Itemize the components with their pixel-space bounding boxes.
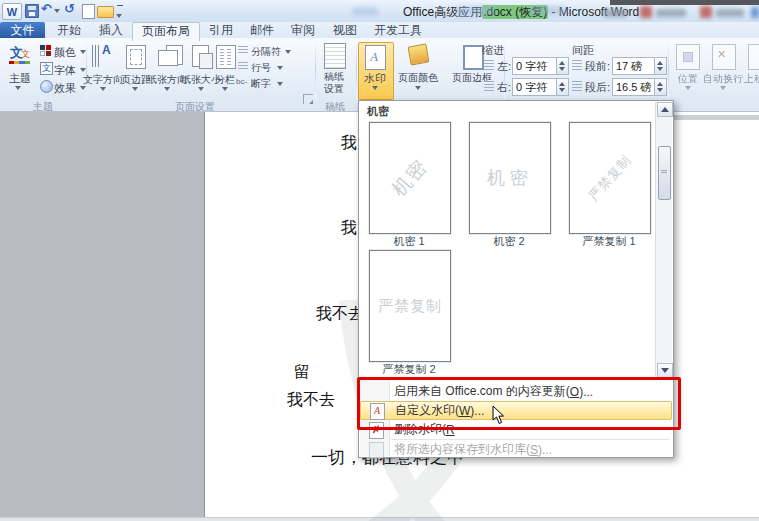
hyphenation-button[interactable]: 断字: [251, 77, 271, 91]
document-text-line: 留: [294, 362, 310, 383]
blurred-artifact: [640, 6, 652, 18]
tab-mailings[interactable]: 邮件: [244, 22, 280, 38]
page-color-arrow[interactable]: [415, 86, 421, 90]
columns-button[interactable]: 分栏: [212, 73, 238, 87]
theme-fonts-icon: 文: [40, 62, 53, 75]
tab-insert[interactable]: 插入: [92, 22, 130, 38]
breaks-button[interactable]: 分隔符: [251, 45, 281, 59]
open-file-icon[interactable]: [97, 6, 114, 18]
save-icon[interactable]: [25, 4, 39, 18]
gallery-scrollbar[interactable]: [655, 102, 672, 376]
theme-colors-button[interactable]: 颜色: [54, 45, 76, 60]
breaks-arrow[interactable]: [285, 50, 291, 54]
orientation-arrow[interactable]: [164, 87, 170, 91]
wrap-text-arrow: [720, 86, 726, 90]
bring-forward-icon: [748, 44, 759, 70]
manuscript-grid-icon: [324, 43, 346, 69]
text-direction-button[interactable]: 文字方向: [82, 73, 124, 87]
text-direction-arrow[interactable]: [100, 87, 106, 91]
watermark-thumbnail-no-copy-2[interactable]: 严禁复制: [369, 250, 451, 362]
scroll-down-button[interactable]: [657, 363, 673, 378]
menu-item-text: 将所选内容保存到水印库(: [394, 441, 530, 458]
spacing-after-stepper[interactable]: [654, 78, 667, 96]
thumbnail-label: 严禁复制 2: [367, 362, 451, 377]
indent-right-field-label: 右:: [497, 80, 511, 95]
indent-left-field-label: 左:: [497, 59, 511, 74]
group-separator: [668, 41, 669, 99]
blurred-artifact: [352, 7, 378, 16]
blurred-artifact: [603, 9, 627, 17]
margins-arrow[interactable]: [132, 87, 138, 91]
document-text-line: 我: [341, 133, 357, 154]
undo-button[interactable]: ↶: [41, 2, 60, 15]
spacing-after-input[interactable]: 16.5 磅: [612, 78, 657, 96]
redo-icon[interactable]: ↺: [64, 2, 75, 15]
scroll-up-button[interactable]: [657, 102, 673, 117]
watermark-thumbnail-no-copy-1[interactable]: 严禁复制: [569, 122, 651, 234]
spacing-before-stepper[interactable]: [654, 57, 667, 75]
page-size-arrow[interactable]: [198, 87, 204, 91]
line-numbers-icon: [238, 62, 248, 71]
tab-page-layout[interactable]: 页面布局: [132, 22, 200, 41]
hyphenation-icon: bc-: [236, 77, 247, 86]
themes-dropdown-arrow[interactable]: [15, 86, 21, 90]
breaks-icon: [238, 46, 248, 55]
line-numbers-button[interactable]: 行号: [251, 61, 271, 75]
hyphenation-arrow[interactable]: [277, 82, 283, 86]
scroll-up-icon: [661, 107, 669, 112]
manuscript-settings-button-line2[interactable]: 设置: [322, 82, 346, 96]
watermark-thumbnail-confidential-2[interactable]: 机密: [469, 122, 551, 234]
spacing-before-field-label: 段前:: [585, 59, 610, 74]
themes-icon: 文 文: [8, 44, 32, 66]
indent-right-icon: [484, 81, 494, 91]
save-to-gallery-icon: [369, 442, 384, 459]
qat-customize-button[interactable]: [116, 5, 123, 20]
document-text-line: 我不去: [287, 390, 335, 411]
columns-arrow[interactable]: [222, 87, 228, 91]
indent-left-input[interactable]: 0 字符: [512, 57, 559, 75]
blurred-artifact: [530, 6, 566, 15]
orientation-icon: [158, 45, 182, 67]
blurred-artifact: [716, 9, 744, 17]
watermark-thumbnail-confidential-1[interactable]: 机密: [369, 122, 451, 234]
watermark-icon: A: [365, 45, 386, 70]
thumbnail-watermark-text: 严禁复制: [378, 297, 442, 316]
menu-item-save-to-gallery: 将所选内容保存到水印库(S)...: [360, 440, 672, 459]
theme-effects-icon: [40, 80, 53, 93]
page-color-icon: [407, 43, 429, 65]
ribbon-shadow-line: [673, 115, 759, 120]
new-document-icon[interactable]: [82, 4, 95, 19]
margins-icon: [126, 45, 146, 69]
spacing-before-input[interactable]: 17 磅: [612, 57, 657, 75]
indent-right-input[interactable]: 0 字符: [512, 78, 559, 96]
tab-references[interactable]: 引用: [202, 22, 240, 38]
gallery-section-header: 机密: [367, 104, 389, 119]
theme-fonts-button[interactable]: 字体: [54, 63, 76, 78]
group-separator: [315, 41, 316, 99]
blurred-artifact: [751, 7, 759, 18]
columns-icon: [216, 45, 236, 69]
page-borders-icon: [463, 45, 484, 70]
undo-dropdown-arrow[interactable]: [54, 9, 60, 13]
line-numbers-arrow[interactable]: [277, 66, 283, 70]
indent-left-stepper[interactable]: [556, 57, 569, 75]
themes-button[interactable]: 主题: [3, 71, 37, 86]
position-button: 位置: [676, 72, 700, 86]
blurred-artifact: [455, 6, 495, 15]
tab-review[interactable]: 审阅: [284, 22, 322, 38]
tab-view[interactable]: 视图: [326, 22, 364, 38]
thumbnail-label: 机密 1: [367, 234, 451, 249]
tab-home[interactable]: 开始: [50, 22, 88, 38]
group-separator: [356, 41, 357, 99]
page-color-button[interactable]: 页面颜色: [394, 71, 442, 85]
page-setup-dialog-launcher[interactable]: [303, 94, 313, 104]
scrollbar-thumb[interactable]: [658, 146, 671, 200]
undo-icon: ↶: [41, 1, 52, 16]
theme-effects-button[interactable]: 效果: [54, 81, 76, 96]
text-direction-icon: A: [92, 45, 112, 67]
tab-file[interactable]: 文件: [0, 22, 45, 38]
watermark-button-label[interactable]: 水印: [360, 71, 390, 86]
watermark-dropdown-arrow[interactable]: [372, 86, 378, 90]
tab-developer[interactable]: 开发工具: [368, 22, 428, 38]
indent-right-stepper[interactable]: [556, 78, 569, 96]
